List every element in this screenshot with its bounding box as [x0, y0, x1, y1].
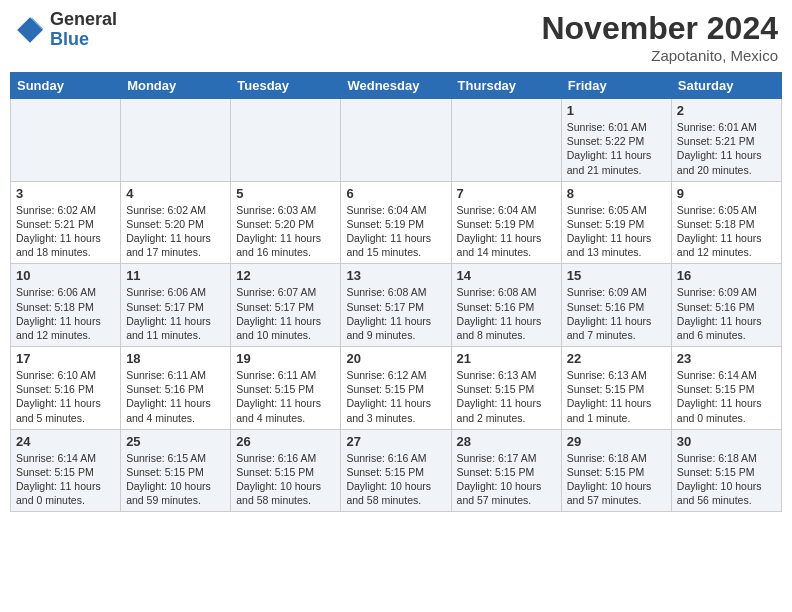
- day-detail: Sunrise: 6:01 AMSunset: 5:21 PMDaylight:…: [677, 120, 776, 177]
- day-number: 3: [16, 186, 115, 201]
- day-number: 8: [567, 186, 666, 201]
- calendar-cell: 12Sunrise: 6:07 AMSunset: 5:17 PMDayligh…: [231, 264, 341, 347]
- day-number: 7: [457, 186, 556, 201]
- day-number: 9: [677, 186, 776, 201]
- day-number: 16: [677, 268, 776, 283]
- day-detail: Sunrise: 6:09 AMSunset: 5:16 PMDaylight:…: [677, 285, 776, 342]
- calendar-cell: 21Sunrise: 6:13 AMSunset: 5:15 PMDayligh…: [451, 347, 561, 430]
- calendar-cell: 7Sunrise: 6:04 AMSunset: 5:19 PMDaylight…: [451, 181, 561, 264]
- logo-general-text: General: [50, 9, 117, 29]
- calendar-cell: 24Sunrise: 6:14 AMSunset: 5:15 PMDayligh…: [11, 429, 121, 512]
- day-number: 23: [677, 351, 776, 366]
- calendar-cell: 20Sunrise: 6:12 AMSunset: 5:15 PMDayligh…: [341, 347, 451, 430]
- day-detail: Sunrise: 6:18 AMSunset: 5:15 PMDaylight:…: [567, 451, 666, 508]
- day-detail: Sunrise: 6:05 AMSunset: 5:19 PMDaylight:…: [567, 203, 666, 260]
- day-detail: Sunrise: 6:04 AMSunset: 5:19 PMDaylight:…: [457, 203, 556, 260]
- day-number: 17: [16, 351, 115, 366]
- calendar-cell: 28Sunrise: 6:17 AMSunset: 5:15 PMDayligh…: [451, 429, 561, 512]
- week-row-4: 17Sunrise: 6:10 AMSunset: 5:16 PMDayligh…: [11, 347, 782, 430]
- day-detail: Sunrise: 6:08 AMSunset: 5:16 PMDaylight:…: [457, 285, 556, 342]
- day-detail: Sunrise: 6:08 AMSunset: 5:17 PMDaylight:…: [346, 285, 445, 342]
- calendar-cell: [11, 99, 121, 182]
- day-detail: Sunrise: 6:02 AMSunset: 5:20 PMDaylight:…: [126, 203, 225, 260]
- calendar-cell: [341, 99, 451, 182]
- day-number: 2: [677, 103, 776, 118]
- calendar-cell: [231, 99, 341, 182]
- logo-icon: [14, 14, 46, 46]
- day-number: 22: [567, 351, 666, 366]
- week-row-2: 3Sunrise: 6:02 AMSunset: 5:21 PMDaylight…: [11, 181, 782, 264]
- day-detail: Sunrise: 6:09 AMSunset: 5:16 PMDaylight:…: [567, 285, 666, 342]
- calendar-cell: 10Sunrise: 6:06 AMSunset: 5:18 PMDayligh…: [11, 264, 121, 347]
- day-detail: Sunrise: 6:13 AMSunset: 5:15 PMDaylight:…: [567, 368, 666, 425]
- calendar-cell: 16Sunrise: 6:09 AMSunset: 5:16 PMDayligh…: [671, 264, 781, 347]
- day-number: 14: [457, 268, 556, 283]
- calendar-cell: 19Sunrise: 6:11 AMSunset: 5:15 PMDayligh…: [231, 347, 341, 430]
- calendar-cell: 2Sunrise: 6:01 AMSunset: 5:21 PMDaylight…: [671, 99, 781, 182]
- calendar-cell: 11Sunrise: 6:06 AMSunset: 5:17 PMDayligh…: [121, 264, 231, 347]
- calendar-cell: 22Sunrise: 6:13 AMSunset: 5:15 PMDayligh…: [561, 347, 671, 430]
- month-title: November 2024: [541, 10, 778, 47]
- day-detail: Sunrise: 6:01 AMSunset: 5:22 PMDaylight:…: [567, 120, 666, 177]
- day-detail: Sunrise: 6:12 AMSunset: 5:15 PMDaylight:…: [346, 368, 445, 425]
- calendar-cell: 18Sunrise: 6:11 AMSunset: 5:16 PMDayligh…: [121, 347, 231, 430]
- day-detail: Sunrise: 6:16 AMSunset: 5:15 PMDaylight:…: [236, 451, 335, 508]
- calendar-cell: 27Sunrise: 6:16 AMSunset: 5:15 PMDayligh…: [341, 429, 451, 512]
- weekday-header-wednesday: Wednesday: [341, 73, 451, 99]
- day-number: 29: [567, 434, 666, 449]
- day-detail: Sunrise: 6:07 AMSunset: 5:17 PMDaylight:…: [236, 285, 335, 342]
- day-number: 30: [677, 434, 776, 449]
- day-detail: Sunrise: 6:05 AMSunset: 5:18 PMDaylight:…: [677, 203, 776, 260]
- calendar-cell: [451, 99, 561, 182]
- weekday-header-sunday: Sunday: [11, 73, 121, 99]
- weekday-header-row: SundayMondayTuesdayWednesdayThursdayFrid…: [11, 73, 782, 99]
- calendar-table: SundayMondayTuesdayWednesdayThursdayFrid…: [10, 72, 782, 512]
- logo-blue-text: Blue: [50, 29, 89, 49]
- day-number: 21: [457, 351, 556, 366]
- day-detail: Sunrise: 6:14 AMSunset: 5:15 PMDaylight:…: [16, 451, 115, 508]
- weekday-header-saturday: Saturday: [671, 73, 781, 99]
- day-number: 6: [346, 186, 445, 201]
- calendar-cell: 13Sunrise: 6:08 AMSunset: 5:17 PMDayligh…: [341, 264, 451, 347]
- day-detail: Sunrise: 6:18 AMSunset: 5:15 PMDaylight:…: [677, 451, 776, 508]
- day-detail: Sunrise: 6:06 AMSunset: 5:18 PMDaylight:…: [16, 285, 115, 342]
- day-number: 5: [236, 186, 335, 201]
- day-number: 20: [346, 351, 445, 366]
- day-number: 18: [126, 351, 225, 366]
- day-detail: Sunrise: 6:13 AMSunset: 5:15 PMDaylight:…: [457, 368, 556, 425]
- calendar-cell: 29Sunrise: 6:18 AMSunset: 5:15 PMDayligh…: [561, 429, 671, 512]
- calendar-cell: 4Sunrise: 6:02 AMSunset: 5:20 PMDaylight…: [121, 181, 231, 264]
- title-area: November 2024 Zapotanito, Mexico: [541, 10, 778, 64]
- day-detail: Sunrise: 6:14 AMSunset: 5:15 PMDaylight:…: [677, 368, 776, 425]
- day-detail: Sunrise: 6:11 AMSunset: 5:15 PMDaylight:…: [236, 368, 335, 425]
- week-row-1: 1Sunrise: 6:01 AMSunset: 5:22 PMDaylight…: [11, 99, 782, 182]
- day-number: 25: [126, 434, 225, 449]
- weekday-header-tuesday: Tuesday: [231, 73, 341, 99]
- calendar-cell: 8Sunrise: 6:05 AMSunset: 5:19 PMDaylight…: [561, 181, 671, 264]
- day-number: 13: [346, 268, 445, 283]
- day-detail: Sunrise: 6:16 AMSunset: 5:15 PMDaylight:…: [346, 451, 445, 508]
- header-area: General Blue November 2024 Zapotanito, M…: [10, 10, 782, 64]
- day-number: 4: [126, 186, 225, 201]
- day-number: 27: [346, 434, 445, 449]
- calendar-cell: 6Sunrise: 6:04 AMSunset: 5:19 PMDaylight…: [341, 181, 451, 264]
- calendar-cell: 26Sunrise: 6:16 AMSunset: 5:15 PMDayligh…: [231, 429, 341, 512]
- calendar-cell: [121, 99, 231, 182]
- week-row-5: 24Sunrise: 6:14 AMSunset: 5:15 PMDayligh…: [11, 429, 782, 512]
- calendar-cell: 23Sunrise: 6:14 AMSunset: 5:15 PMDayligh…: [671, 347, 781, 430]
- calendar-cell: 1Sunrise: 6:01 AMSunset: 5:22 PMDaylight…: [561, 99, 671, 182]
- logo: General Blue: [14, 10, 117, 50]
- day-detail: Sunrise: 6:15 AMSunset: 5:15 PMDaylight:…: [126, 451, 225, 508]
- weekday-header-monday: Monday: [121, 73, 231, 99]
- svg-marker-0: [17, 17, 43, 43]
- day-number: 28: [457, 434, 556, 449]
- calendar-cell: 25Sunrise: 6:15 AMSunset: 5:15 PMDayligh…: [121, 429, 231, 512]
- calendar-cell: 14Sunrise: 6:08 AMSunset: 5:16 PMDayligh…: [451, 264, 561, 347]
- day-detail: Sunrise: 6:06 AMSunset: 5:17 PMDaylight:…: [126, 285, 225, 342]
- day-number: 1: [567, 103, 666, 118]
- day-detail: Sunrise: 6:03 AMSunset: 5:20 PMDaylight:…: [236, 203, 335, 260]
- day-number: 24: [16, 434, 115, 449]
- day-detail: Sunrise: 6:04 AMSunset: 5:19 PMDaylight:…: [346, 203, 445, 260]
- calendar-cell: 15Sunrise: 6:09 AMSunset: 5:16 PMDayligh…: [561, 264, 671, 347]
- day-detail: Sunrise: 6:10 AMSunset: 5:16 PMDaylight:…: [16, 368, 115, 425]
